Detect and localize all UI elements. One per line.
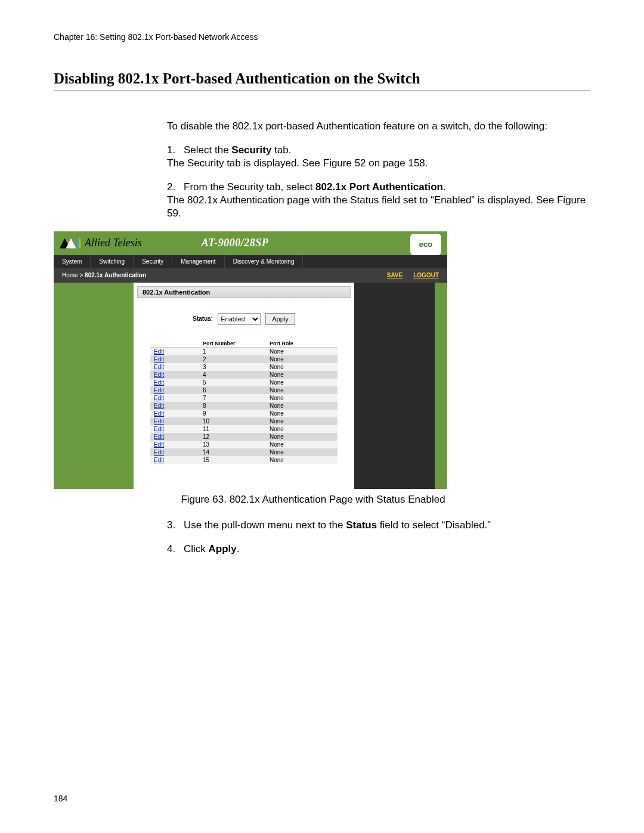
tab-switching[interactable]: Switching bbox=[91, 255, 134, 268]
breadcrumb: Home > 802.1x Authentication bbox=[62, 272, 146, 278]
shot-right-margin bbox=[354, 283, 447, 489]
cell-port-number: 8 bbox=[199, 402, 266, 410]
edit-link[interactable]: Edit bbox=[154, 418, 164, 425]
step-2-bold: 802.1x Port Authentication bbox=[315, 181, 443, 193]
cell-port-number: 5 bbox=[199, 379, 266, 386]
cell-port-number: 3 bbox=[199, 363, 266, 371]
step-1-bold: Security bbox=[231, 144, 271, 156]
brand-mark-icon bbox=[60, 238, 82, 249]
edit-link[interactable]: Edit bbox=[154, 356, 164, 363]
cell-edit: Edit bbox=[150, 425, 199, 433]
body-column-continued: 3. Use the pull-down menu next to the St… bbox=[167, 519, 590, 556]
table-row: Edit8None bbox=[150, 402, 338, 410]
cell-edit: Edit bbox=[150, 379, 199, 386]
shot-right-dark-panel bbox=[354, 283, 435, 489]
table-row: Edit11None bbox=[150, 425, 338, 433]
step-3-bold: Status bbox=[346, 519, 377, 531]
apply-button[interactable]: Apply bbox=[265, 313, 295, 325]
cell-edit: Edit bbox=[150, 448, 199, 456]
cell-edit: Edit bbox=[150, 456, 199, 464]
table-row: Edit4None bbox=[150, 371, 338, 379]
table-row: Edit12None bbox=[150, 433, 338, 441]
step-3-pre: Use the pull-down menu next to the bbox=[184, 519, 346, 531]
step-4-bold: Apply bbox=[209, 543, 237, 555]
cell-port-number: 12 bbox=[199, 433, 266, 441]
cell-port-number: 4 bbox=[199, 371, 266, 379]
col-role-header: Port Role bbox=[266, 340, 338, 347]
edit-link[interactable]: Edit bbox=[154, 441, 164, 448]
tab-discovery-monitoring[interactable]: Discovery & Monitoring bbox=[225, 255, 304, 268]
edit-link[interactable]: Edit bbox=[154, 395, 164, 401]
cell-port-role: None bbox=[266, 433, 338, 441]
step-1: 1. Select the Security tab. bbox=[167, 144, 590, 157]
header-links: SAVE LOGOUT bbox=[387, 272, 439, 278]
figure-wrap: Allied Telesis AT-9000/28SP eco System S… bbox=[54, 231, 572, 506]
table-row: Edit3None bbox=[150, 363, 338, 371]
edit-link[interactable]: Edit bbox=[154, 379, 164, 386]
cell-port-role: None bbox=[266, 379, 338, 386]
save-link[interactable]: SAVE bbox=[387, 272, 403, 278]
logout-link[interactable]: LOGOUT bbox=[413, 272, 439, 278]
cell-edit: Edit bbox=[150, 433, 199, 441]
edit-link[interactable]: Edit bbox=[154, 426, 164, 432]
step-1-result: The Security tab is displayed. See Figur… bbox=[167, 157, 590, 170]
cell-port-number: 11 bbox=[199, 425, 266, 433]
step-2: 2. From the Security tab, select 802.1x … bbox=[167, 181, 590, 194]
device-model: AT-9000/28SP bbox=[202, 237, 268, 249]
intro-paragraph: To disable the 802.1x port-based Authent… bbox=[167, 120, 590, 133]
cell-port-role: None bbox=[266, 355, 338, 363]
table-row: Edit6None bbox=[150, 386, 338, 394]
shot-content-panel: 802.1x Authentication Status: Enabled Ap… bbox=[134, 283, 354, 489]
step-number: 1. bbox=[167, 144, 184, 157]
cell-edit: Edit bbox=[150, 394, 199, 402]
status-row: Status: Enabled Apply bbox=[134, 298, 354, 340]
svg-rect-2 bbox=[77, 238, 79, 248]
cell-port-role: None bbox=[266, 448, 338, 456]
edit-link[interactable]: Edit bbox=[154, 348, 164, 355]
edit-link[interactable]: Edit bbox=[154, 364, 164, 370]
cell-port-number: 2 bbox=[199, 355, 266, 363]
edit-link[interactable]: Edit bbox=[154, 410, 164, 417]
table-row: Edit10None bbox=[150, 417, 338, 425]
cell-edit: Edit bbox=[150, 417, 199, 425]
tab-security[interactable]: Security bbox=[134, 255, 172, 268]
edit-link[interactable]: Edit bbox=[154, 371, 164, 378]
cell-port-number: 15 bbox=[199, 456, 266, 464]
cell-port-number: 14 bbox=[199, 448, 266, 456]
cell-port-role: None bbox=[266, 410, 338, 417]
edit-link[interactable]: Edit bbox=[154, 387, 164, 394]
status-select[interactable]: Enabled bbox=[218, 313, 261, 325]
cell-port-role: None bbox=[266, 386, 338, 394]
cell-edit: Edit bbox=[150, 402, 199, 410]
table-row: Edit2None bbox=[150, 355, 338, 363]
step-2-post: . bbox=[443, 181, 446, 193]
cell-port-role: None bbox=[266, 394, 338, 402]
edit-link[interactable]: Edit bbox=[154, 433, 164, 440]
table-row: Edit7None bbox=[150, 394, 338, 402]
tab-system[interactable]: System bbox=[54, 255, 91, 268]
shot-header: Allied Telesis AT-9000/28SP eco bbox=[54, 231, 447, 255]
step-number: 4. bbox=[167, 543, 184, 556]
cell-port-number: 7 bbox=[199, 394, 266, 402]
page: Chapter 16: Setting 802.1x Port-based Ne… bbox=[0, 0, 644, 833]
edit-link[interactable]: Edit bbox=[154, 457, 164, 463]
step-4-post: . bbox=[237, 543, 240, 555]
table-row: Edit1None bbox=[150, 348, 338, 355]
figure-caption: Figure 63. 802.1x Authentication Page wi… bbox=[54, 494, 572, 506]
embedded-screenshot: Allied Telesis AT-9000/28SP eco System S… bbox=[54, 231, 447, 489]
page-number: 184 bbox=[54, 794, 67, 803]
step-number: 2. bbox=[167, 181, 184, 194]
status-label: Status: bbox=[193, 315, 213, 322]
cell-edit: Edit bbox=[150, 355, 199, 363]
cell-port-number: 6 bbox=[199, 386, 266, 394]
svg-marker-1 bbox=[66, 238, 76, 248]
edit-link[interactable]: Edit bbox=[154, 449, 164, 456]
cell-port-role: None bbox=[266, 417, 338, 425]
step-4: 4. Click Apply. bbox=[167, 543, 590, 556]
cell-port-role: None bbox=[266, 371, 338, 379]
tab-management[interactable]: Management bbox=[172, 255, 224, 268]
cell-port-number: 10 bbox=[199, 417, 266, 425]
step-number: 3. bbox=[167, 519, 184, 532]
breadcrumb-home[interactable]: Home bbox=[62, 272, 78, 278]
edit-link[interactable]: Edit bbox=[154, 402, 164, 409]
